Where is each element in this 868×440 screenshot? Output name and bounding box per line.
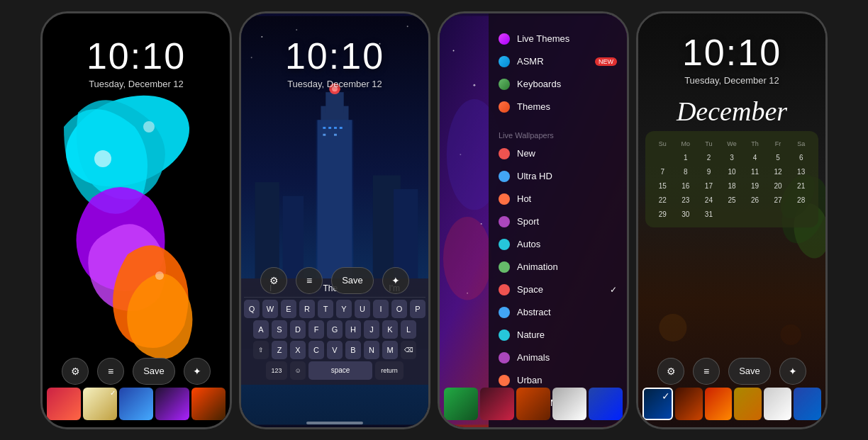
cal-cell-2[interactable]: 2 (700, 151, 717, 165)
key-H[interactable]: H (345, 320, 361, 339)
key-S[interactable]: S (272, 320, 287, 339)
list-btn-4[interactable]: ≡ (693, 358, 720, 385)
cal-cell-8[interactable]: 8 (677, 165, 694, 179)
cal-cell-29[interactable]: 29 (654, 208, 671, 222)
cal-cell-22[interactable]: 22 (654, 193, 671, 208)
key-C[interactable]: C (308, 341, 324, 359)
key-Z[interactable]: Z (272, 341, 287, 359)
menu-item-animals[interactable]: Animals (489, 346, 627, 369)
cal-cell-23[interactable]: 23 (677, 193, 694, 208)
key-P[interactable]: P (410, 300, 425, 318)
thumb-4-6[interactable] (794, 388, 821, 420)
gear-btn-2[interactable]: ⚙ (260, 267, 287, 294)
gear-btn-4[interactable]: ⚙ (657, 358, 684, 385)
thumb-3[interactable] (119, 388, 153, 420)
thumb-4[interactable] (155, 388, 189, 420)
cal-cell-26[interactable]: 26 (747, 193, 764, 208)
menu-item-live-themes[interactable]: Live Themes (489, 28, 627, 50)
cal-cell-11[interactable]: 11 (747, 165, 764, 179)
thumb-4-4[interactable] (734, 388, 762, 420)
key-W[interactable]: W (262, 300, 278, 318)
list-btn-2[interactable]: ≡ (296, 267, 323, 294)
cal-cell-27[interactable]: 27 (769, 193, 786, 208)
thumb-4-1[interactable]: ✓ (642, 388, 673, 420)
settings-btn-2[interactable]: ✦ (382, 267, 409, 294)
key-shift[interactable]: ⇧ (253, 341, 269, 359)
menu-item-ultra-hd[interactable]: Ultra HD (489, 165, 627, 188)
key-F[interactable]: F (308, 320, 324, 339)
cal-cell-7[interactable]: 7 (654, 165, 671, 179)
cal-cell-25[interactable]: 25 (723, 193, 740, 208)
thumb-3-4[interactable] (552, 388, 586, 420)
cal-cell-31[interactable]: 31 (700, 208, 717, 222)
thumb-1[interactable] (47, 388, 81, 420)
key-J[interactable]: J (364, 320, 379, 339)
menu-item-new[interactable]: New (489, 142, 627, 165)
menu-item-animation[interactable]: Animation (489, 256, 627, 278)
key-D[interactable]: D (290, 320, 306, 339)
menu-item-autos[interactable]: Autos (489, 233, 627, 256)
cal-cell-24[interactable]: 24 (700, 193, 717, 208)
key-emoji[interactable]: ☺ (290, 361, 306, 380)
cal-cell-19[interactable]: 19 (747, 179, 764, 193)
cal-cell-13[interactable]: 13 (793, 165, 810, 179)
cal-cell-16[interactable]: 16 (677, 179, 694, 193)
gear-btn-1[interactable]: ⚙ (62, 358, 89, 385)
key-return[interactable]: return (375, 361, 404, 380)
cal-cell-4[interactable]: 4 (747, 151, 764, 165)
settings-btn-1[interactable]: ✦ (184, 358, 211, 385)
key-T[interactable]: T (318, 300, 333, 318)
thumb-3-3[interactable] (516, 388, 550, 420)
cal-cell-20[interactable]: 20 (769, 179, 786, 193)
save-btn-2[interactable]: Save (331, 267, 374, 294)
key-I[interactable]: I (373, 300, 389, 318)
cal-cell-17[interactable]: 17 (700, 179, 717, 193)
key-G[interactable]: G (327, 320, 343, 339)
cal-cell-3[interactable]: 3 (723, 151, 740, 165)
cal-cell-30[interactable]: 30 (677, 208, 694, 222)
save-btn-1[interactable]: Save (133, 358, 175, 385)
key-Y[interactable]: Y (336, 300, 352, 318)
cal-cell-21[interactable]: 21 (793, 179, 810, 193)
key-123[interactable]: 123 (266, 361, 287, 380)
cal-cell-9[interactable]: 9 (700, 165, 717, 179)
list-btn-1[interactable]: ≡ (97, 358, 124, 385)
menu-item-abstract[interactable]: Abstract (489, 301, 627, 324)
key-space[interactable]: space (308, 361, 372, 380)
key-Q[interactable]: Q (244, 300, 260, 318)
key-N[interactable]: N (364, 341, 379, 359)
key-K[interactable]: K (382, 320, 398, 339)
thumb-3-2[interactable] (480, 388, 514, 420)
key-A[interactable]: A (253, 320, 269, 339)
key-B[interactable]: B (345, 341, 361, 359)
cal-cell-5[interactable]: 5 (769, 151, 786, 165)
cal-cell-6[interactable]: 6 (793, 151, 810, 165)
key-V[interactable]: V (327, 341, 343, 359)
thumb-4-3[interactable] (705, 388, 733, 420)
cal-cell-10[interactable]: 10 (723, 165, 740, 179)
key-O[interactable]: O (391, 300, 407, 318)
thumb-4-2[interactable] (675, 388, 703, 420)
key-M[interactable]: M (382, 341, 398, 359)
cal-cell-1[interactable]: 1 (677, 151, 694, 165)
cal-cell-18[interactable]: 18 (723, 179, 740, 193)
thumb-5[interactable] (191, 388, 226, 420)
menu-item-sport[interactable]: Sport (489, 210, 627, 233)
cal-cell-12[interactable]: 12 (769, 165, 786, 179)
key-U[interactable]: U (355, 300, 370, 318)
menu-item-keyboards[interactable]: Keyboards (489, 73, 627, 96)
menu-item-hot[interactable]: Hot (489, 188, 627, 210)
key-L[interactable]: L (401, 320, 416, 339)
cal-cell-15[interactable]: 15 (654, 179, 671, 193)
menu-item-nature[interactable]: Nature (489, 324, 627, 346)
menu-item-asmr[interactable]: ASMR NEW (489, 50, 627, 73)
thumb-3-5[interactable] (589, 388, 623, 420)
settings-btn-4[interactable]: ✦ (779, 358, 806, 385)
key-backspace[interactable]: ⌫ (401, 341, 416, 359)
key-E[interactable]: E (281, 300, 296, 318)
cal-cell-28[interactable]: 28 (793, 193, 810, 208)
thumb-2[interactable]: ✓ (83, 388, 117, 420)
thumb-4-5[interactable] (764, 388, 791, 420)
menu-item-space[interactable]: Space ✓ (489, 278, 627, 301)
menu-item-themes[interactable]: Themes (489, 96, 627, 118)
